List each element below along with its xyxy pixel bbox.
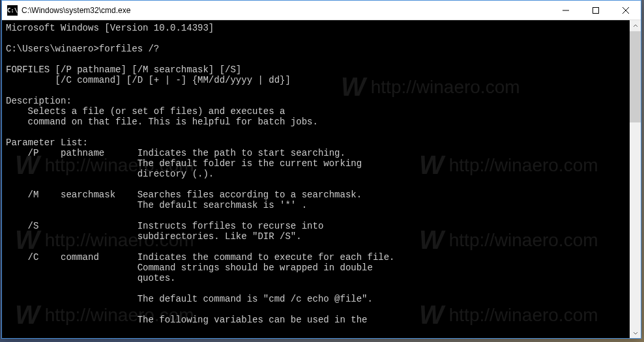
close-button[interactable] [611,1,641,20]
console-area: Microsoft Windows [Version 10.0.14393] C… [2,20,641,338]
window-title: C:\Windows\system32\cmd.exe [22,6,551,15]
chevron-up-icon [633,23,638,29]
scrollbar-thumb[interactable] [630,31,641,122]
cmd-window: C:\ C:\Windows\system32\cmd.exe Microsof… [1,0,641,339]
scroll-up-button[interactable] [630,20,641,31]
close-icon [622,7,629,14]
scrollbar-track[interactable] [630,31,641,327]
maximize-button[interactable] [581,1,611,20]
scroll-down-button[interactable] [630,327,641,338]
vertical-scrollbar[interactable] [630,20,641,338]
console-output[interactable]: Microsoft Windows [Version 10.0.14393] C… [2,20,630,338]
titlebar[interactable]: C:\ C:\Windows\system32\cmd.exe [2,1,641,20]
chevron-down-icon [633,330,638,335]
minimize-button[interactable] [551,1,581,20]
minimize-icon [563,7,569,14]
svg-rect-1 [593,7,599,13]
maximize-icon [593,7,599,14]
window-controls [551,1,641,20]
app-icon: C:\ [7,5,18,16]
